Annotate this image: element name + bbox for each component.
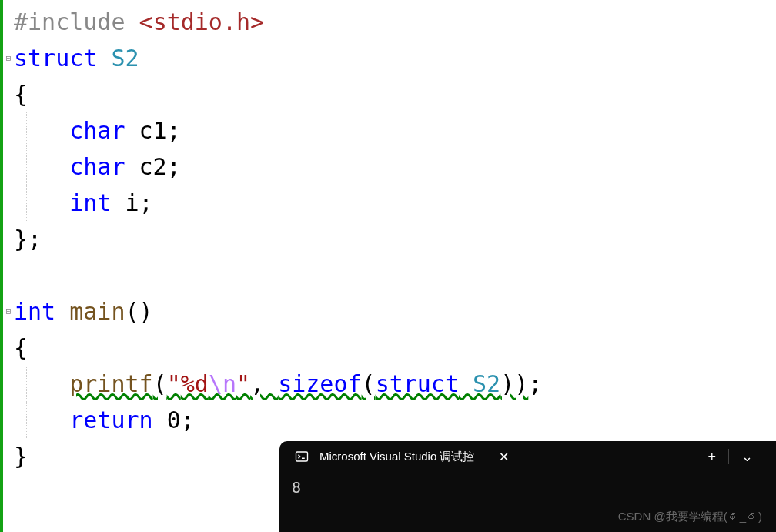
paren-open: ( — [362, 370, 376, 397]
string-quote: " — [236, 370, 250, 397]
code-line: char c2; — [14, 149, 776, 185]
console-title: Microsoft Visual Studio 调试控 — [319, 450, 474, 464]
paren-open: ( — [153, 370, 167, 397]
struct-name: S2 — [97, 45, 139, 72]
preproc-hash: # — [14, 8, 28, 35]
return-type: int — [14, 298, 55, 325]
open-brace: { — [14, 81, 28, 108]
include-open: < — [125, 8, 153, 35]
escape-seq: \n — [209, 370, 236, 397]
console-controls: + ⌄ — [700, 445, 776, 468]
close-tab-button[interactable]: ✕ — [493, 447, 515, 467]
code-line: printf("%d\n", sizeof(struct S2)); — [14, 366, 776, 402]
struct-name: S2 — [459, 370, 500, 397]
divider — [728, 449, 729, 464]
code-line: { — [14, 330, 776, 366]
struct-keyword: struct — [14, 45, 97, 72]
semicolon: ; — [181, 407, 195, 433]
return-keyword: return — [69, 407, 152, 433]
code-line: return 0; — [14, 402, 776, 438]
code-line: int main() — [14, 293, 776, 330]
preproc-include: include — [28, 8, 125, 35]
close-brace: } — [14, 443, 28, 470]
field-type: char — [69, 153, 125, 180]
close-brace: }; — [14, 226, 42, 253]
open-brace: { — [14, 334, 28, 361]
sizeof-keyword: sizeof — [278, 370, 361, 397]
return-value: 0 — [153, 407, 181, 433]
field-name: c1; — [125, 117, 181, 144]
main-name: main — [55, 298, 125, 325]
printf-call: printf — [69, 370, 152, 397]
code-line: #include <stdio.h> — [14, 4, 776, 40]
code-line: }; — [14, 221, 776, 257]
format-string: %d — [181, 370, 209, 397]
console-output: 8 — [279, 472, 776, 503]
console-tab[interactable]: Microsoft Visual Studio 调试控 ✕ — [292, 441, 524, 472]
dropdown-button[interactable]: ⌄ — [734, 445, 761, 468]
string-quote: " — [167, 370, 181, 397]
code-line: struct S2 — [14, 40, 776, 76]
code-line: { — [14, 76, 776, 112]
comma: , — [250, 370, 278, 397]
watermark: CSDN @我要学编程(ಥ_ಥ) — [618, 510, 762, 524]
main-parens: () — [125, 298, 153, 325]
code-line: char c1; — [14, 112, 776, 149]
console-titlebar: Microsoft Visual Studio 调试控 ✕ + ⌄ — [279, 441, 776, 472]
include-close: > — [250, 8, 264, 35]
paren-close: )) — [500, 370, 528, 397]
struct-keyword: struct — [376, 370, 459, 397]
field-type: int — [69, 189, 111, 216]
field-name: i; — [111, 189, 152, 216]
code-line — [14, 257, 776, 293]
code-line: int i; — [14, 185, 776, 221]
terminal-icon — [295, 450, 309, 463]
fold-toggle-struct[interactable]: ⊟ — [3, 40, 14, 76]
new-tab-button[interactable]: + — [700, 446, 724, 468]
fold-gutter: ⊟ ⊟ — [3, 0, 14, 532]
field-type: char — [69, 117, 125, 144]
include-file: stdio.h — [153, 8, 250, 35]
field-name: c2; — [125, 153, 181, 180]
svg-rect-0 — [296, 452, 308, 461]
fold-toggle-main[interactable]: ⊟ — [3, 293, 14, 330]
semicolon: ; — [528, 370, 542, 397]
